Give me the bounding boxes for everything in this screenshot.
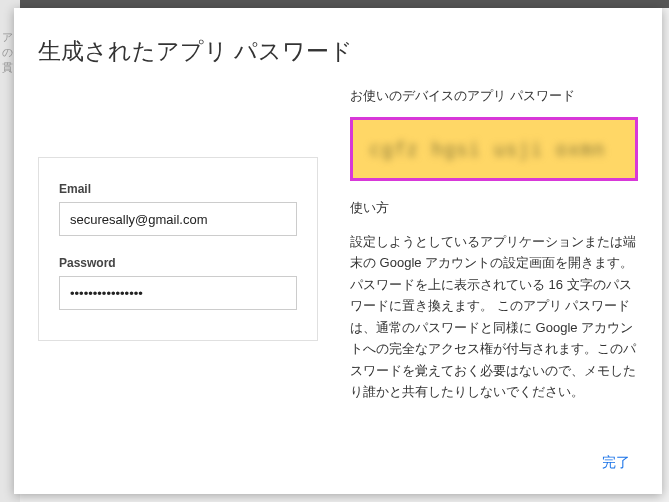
email-field[interactable] [59, 202, 297, 236]
done-button[interactable]: 完了 [598, 448, 634, 478]
app-password-dialog: 生成されたアプリ パスワード Email Password お使いのデバイスのア… [14, 8, 662, 494]
usage-text: 設定しようとしているアプリケーションまたは端末の Google アカウントの設定… [350, 231, 638, 403]
generated-password-box: cgfz hgsi usji oxmn [350, 117, 638, 181]
login-preview-card: Email Password [38, 157, 318, 341]
generated-password-text: cgfz hgsi usji oxmn [369, 138, 619, 160]
usage-title: 使い方 [350, 199, 638, 217]
dialog-title: 生成されたアプリ パスワード [14, 8, 662, 87]
email-label: Email [59, 182, 297, 196]
device-password-label: お使いのデバイスのアプリ パスワード [350, 87, 638, 105]
password-field[interactable] [59, 276, 297, 310]
password-label: Password [59, 256, 297, 270]
